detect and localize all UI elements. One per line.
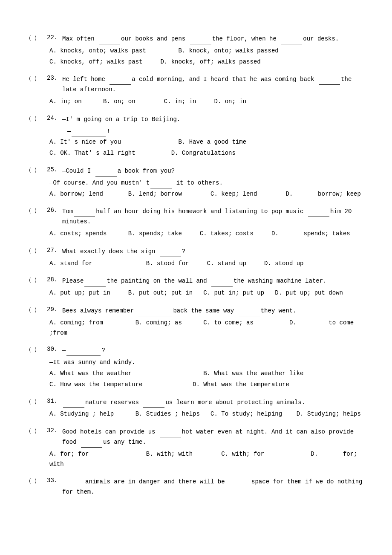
option-row: A. stand for B. stood for C. stand up D.… (49, 259, 366, 269)
subtext-24: —! (49, 127, 366, 137)
qnum-28: 28. (47, 276, 62, 283)
paren-25: ） (34, 166, 47, 174)
options-27: A. stand for B. stood for C. stand up D.… (49, 259, 366, 269)
question-27: （ ） 27. What exactly does the sign ? A. … (26, 247, 366, 269)
subtext-30: —It was sunny and windy. (49, 358, 366, 368)
question-30: （ ） 30. —? —It was sunny and windy. A. W… (26, 346, 366, 390)
qnum-23: 23. (47, 75, 62, 81)
option-row: A. borrow; lend B. lend; borrow C. keep;… (49, 189, 366, 199)
bracket-23: （ (26, 75, 34, 82)
question-31: （ ） 31. nature reserves us learn more ab… (26, 398, 366, 420)
options-22: A. knocks, onto; walks past B. knock, on… (49, 46, 366, 67)
bracket-26: （ (26, 207, 34, 214)
paren-33: ） (34, 477, 47, 485)
qtext-33: animals are in danger and there will be … (62, 477, 366, 497)
qnum-33: 33. (47, 477, 62, 484)
options-32: A. for; for B. with; with C. with; for D… (49, 449, 366, 470)
bracket-31: （ (26, 398, 34, 405)
qtext-27: What exactly does the sign ? (62, 247, 366, 257)
paren-24: ） (34, 115, 47, 122)
options-28: A. put up; put in B. put out; put in C. … (49, 288, 366, 298)
option-row: A. What was the weather B. What was the … (49, 369, 366, 379)
option-row: A. in; on B. on; on C. in; in D. on; in (49, 97, 366, 107)
bracket-33: （ (26, 477, 34, 485)
qtext-29: Bees always remember back the same way t… (62, 306, 366, 316)
question-33: （ ） 33. animals are in danger and there … (26, 477, 366, 497)
subtext-25: —Of course. And you mustn' t it to other… (49, 178, 366, 188)
question-26: （ ） 26. Tomhalf an hour doing his homewo… (26, 207, 366, 239)
options-24: —! A. It' s nice of you B. Have a good t… (49, 127, 366, 159)
paren-32: ） (34, 427, 47, 435)
bracket-29: （ (26, 306, 34, 314)
qnum-27: 27. (47, 247, 62, 254)
options-30: —It was sunny and windy. A. What was the… (49, 358, 366, 390)
option-row: C. knocks, off; walks past D. knocks, of… (49, 57, 366, 67)
paren-31: ） (34, 398, 47, 405)
question-29: （ ） 29. Bees always remember back the sa… (26, 306, 366, 338)
question-22: （ ） 22. Max often our books and pens the… (26, 34, 366, 67)
qtext-32: Good hotels can provide us hot water eve… (62, 427, 366, 448)
qnum-30: 30. (47, 346, 62, 353)
qtext-25: —Could I a book from you? (62, 166, 366, 176)
options-26: A. costs; spends B. spends; take C. take… (49, 229, 366, 239)
paren-27: ） (34, 247, 47, 254)
bracket-24: （ (26, 115, 34, 122)
bracket-28: （ (26, 276, 34, 284)
question-28: （ ） 28. Pleasethe painting on the wall a… (26, 276, 366, 298)
qtext-22: Max often our books and pens the floor, … (62, 34, 366, 44)
bracket-27: （ (26, 247, 34, 254)
question-32: （ ） 32. Good hotels can provide us hot w… (26, 427, 366, 469)
paren-26: ） (34, 207, 47, 214)
bracket-22: （ (26, 34, 34, 42)
bracket-30: （ (26, 346, 34, 353)
qnum-31: 31. (47, 398, 62, 405)
qtext-30: —? (62, 346, 366, 356)
qtext-28: Pleasethe painting on the wall and the w… (62, 276, 366, 286)
qtext-23: He left home a cold morning, and I heard… (62, 75, 366, 95)
qnum-29: 29. (47, 306, 62, 313)
question-24: （ ） 24. —I' m going on a trip to Beijing… (26, 115, 366, 159)
option-row: A. coming; from B. coming; as C. to come… (49, 318, 366, 338)
qtext-26: Tomhalf an hour doing his homework and l… (62, 207, 366, 227)
option-row: C. OK. That' s all right D. Congratulati… (49, 148, 366, 159)
option-row: A. costs; spends B. spends; take C. take… (49, 229, 366, 239)
option-row: A. knocks, onto; walks past B. knock, on… (49, 46, 366, 56)
question-23: （ ） 23. He left home a cold morning, and… (26, 75, 366, 107)
paren-28: ） (34, 276, 47, 284)
option-row: A. for; for B. with; with C. with; for D… (49, 449, 366, 470)
qtext-24: —I' m going on a trip to Beijing. (62, 115, 366, 125)
option-row: A. put up; put in B. put out; put in C. … (49, 288, 366, 298)
paren-29: ） (34, 306, 47, 314)
qnum-25: 25. (47, 166, 62, 173)
bracket-32: （ (26, 427, 34, 435)
option-row: C. How was the temperature D. What was t… (49, 380, 366, 390)
options-25: —Of course. And you mustn' t it to other… (49, 178, 366, 199)
bracket-25: （ (26, 166, 34, 174)
qnum-22: 22. (47, 34, 62, 41)
qnum-26: 26. (47, 207, 62, 214)
paren-30: ） (34, 346, 47, 353)
paren-22: ） (34, 34, 47, 42)
option-row: A. Studying ; help B. Studies ; helps C.… (49, 409, 366, 419)
question-25: （ ） 25. —Could I a book from you? —Of co… (26, 166, 366, 199)
exam-content: （ ） 22. Max often our books and pens the… (26, 34, 366, 497)
options-29: A. coming; from B. coming; as C. to come… (49, 318, 366, 338)
qnum-32: 32. (47, 427, 62, 434)
options-23: A. in; on B. on; on C. in; in D. on; in (49, 97, 366, 107)
options-31: A. Studying ; help B. Studies ; helps C.… (49, 409, 366, 419)
option-row: A. It' s nice of you B. Have a good time (49, 137, 366, 147)
qnum-24: 24. (47, 115, 62, 121)
paren-23: ） (34, 75, 47, 82)
qtext-31: nature reserves us learn more about prot… (62, 398, 366, 408)
